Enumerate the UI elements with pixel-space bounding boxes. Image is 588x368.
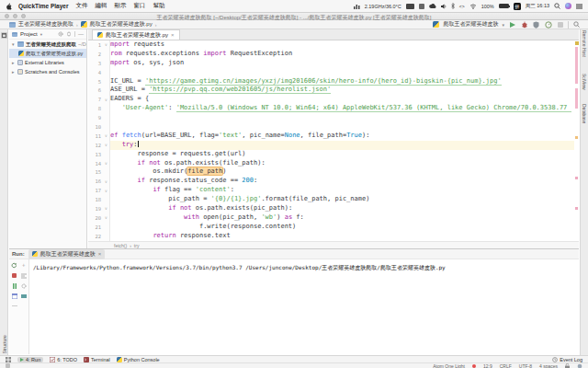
- code-line[interactable]: 'User-Agent': 'Mozilla/5.0 (Windows NT 1…: [110, 104, 574, 113]
- fold-icon[interactable]: ∨: [103, 161, 109, 166]
- gutter-line[interactable]: 7∨: [88, 95, 109, 104]
- coverage-button[interactable]: [532, 20, 540, 29]
- tree-external-libraries-row[interactable]: ▸ External Libraries: [9, 58, 86, 67]
- code-line[interactable]: import requests: [110, 40, 574, 50]
- gutter-line[interactable]: 14∨: [88, 159, 109, 168]
- siri-icon[interactable]: [565, 3, 571, 9]
- cloud-icon[interactable]: [429, 4, 436, 9]
- theme-notification[interactable]: Atom One Light: [433, 363, 465, 368]
- gutter-line[interactable]: 3: [88, 59, 109, 68]
- volume-icon[interactable]: [441, 4, 447, 9]
- code-line[interactable]: response = requests.get(url): [110, 150, 574, 159]
- breadcrumb-block[interactable]: try: [134, 243, 140, 248]
- collapsed-arrow-icon[interactable]: ▸: [12, 69, 16, 75]
- editor-tab-selected[interactable]: 爬取王者荣耀英雄皮肤.py ×: [92, 29, 180, 40]
- scroll-to-end-button[interactable]: [20, 293, 27, 299]
- minimize-window-button[interactable]: [13, 14, 17, 18]
- project-panel-title[interactable]: Project: [20, 31, 38, 37]
- menu-app-name[interactable]: QuickTime Player: [18, 3, 68, 9]
- debug-button[interactable]: [520, 20, 528, 29]
- code-widget-icon[interactable]: <>: [459, 4, 465, 9]
- stats-graph-icon[interactable]: [354, 4, 360, 9]
- toolwindow-run-button[interactable]: 4: Run: [17, 357, 43, 362]
- notification-dot-icon[interactable]: [472, 364, 476, 368]
- battery-icon[interactable]: [499, 4, 509, 8]
- gutter-line[interactable]: 15: [88, 167, 109, 177]
- breadcrumb-project[interactable]: 王者荣耀英雄皮肤爬取: [18, 20, 74, 29]
- expand-arrow-icon[interactable]: ▾: [12, 41, 16, 47]
- gutter-line[interactable]: 12∨: [88, 141, 109, 150]
- code-line[interactable]: def fetch(url=BASE_URL, flag='text', pic…: [110, 132, 574, 141]
- gutter-line[interactable]: 13: [88, 150, 109, 159]
- fold-icon[interactable]: ∨: [103, 133, 109, 138]
- cpu-widget-text[interactable]: 2.19GHz/36.0°C: [365, 4, 401, 9]
- fold-icon[interactable]: ∨: [103, 189, 109, 193]
- collapse-all-icon[interactable]: [66, 31, 72, 37]
- meter-widget-icon[interactable]: [419, 4, 424, 9]
- collapsed-arrow-icon[interactable]: ▸: [12, 60, 16, 65]
- fold-icon[interactable]: ∨: [103, 179, 109, 184]
- gutter-line[interactable]: 19∨: [88, 204, 109, 213]
- menu-item[interactable]: 顯示: [114, 2, 126, 8]
- file-encoding[interactable]: UTF-8: [519, 363, 532, 368]
- stripe-mark[interactable]: [575, 88, 578, 109]
- code-line[interactable]: os.mkdir(file_path): [110, 167, 574, 177]
- code-line[interactable]: [110, 122, 574, 132]
- run-console-output[interactable]: /Library/Frameworks/Python.framework/Ver…: [33, 264, 575, 272]
- settings-gear-icon[interactable]: [20, 282, 27, 289]
- code-line[interactable]: [110, 68, 574, 77]
- code-line[interactable]: if flag == 'content':: [110, 186, 574, 195]
- spotlight-search-icon[interactable]: [554, 3, 560, 9]
- wifi-icon[interactable]: [469, 4, 477, 9]
- bluetooth-icon[interactable]: [451, 3, 455, 9]
- gutter-line[interactable]: 8: [88, 104, 109, 113]
- gutter-line[interactable]: 1∨: [88, 40, 109, 50]
- tree-scratches-row[interactable]: ▸ Scratches and Consoles: [9, 67, 86, 76]
- gutter-line[interactable]: 18: [88, 195, 109, 204]
- gutter-line[interactable]: 5: [88, 77, 109, 86]
- fold-icon[interactable]: ∨: [103, 143, 109, 147]
- stripe-mark[interactable]: [575, 136, 578, 139]
- zoom-window-button[interactable]: [21, 14, 26, 18]
- toolwindow-database-button[interactable]: Database: [582, 104, 587, 123]
- profiler-button[interactable]: [544, 20, 552, 29]
- input-method-icon[interactable]: 拼: [514, 3, 521, 10]
- stop-button[interactable]: [556, 20, 564, 29]
- code-line[interactable]: if not os.path.exists(pic_path):: [110, 204, 574, 213]
- menu-item[interactable]: 編輯: [95, 2, 107, 8]
- code-line[interactable]: if not os.path.exists(file_path):: [110, 159, 574, 168]
- code-line[interactable]: if response.status_code == 200:: [110, 177, 574, 186]
- inspections-hector-icon[interactable]: [577, 363, 582, 368]
- pause-output-button[interactable]: [11, 282, 17, 289]
- code-line[interactable]: HEADERS = {: [110, 95, 574, 104]
- caret-position[interactable]: 12:9: [483, 363, 492, 368]
- code-line[interactable]: BASE_URL = 'https://pvp.qq.com/web201605…: [110, 86, 574, 95]
- breadcrumb-file[interactable]: 爬取王者荣耀英雄皮肤.py: [90, 20, 153, 29]
- tree-file-row-selected[interactable]: 爬取王者荣耀英雄皮肤.py: [9, 49, 86, 58]
- toolwindow-python-console-button[interactable]: Python Console: [117, 357, 160, 362]
- line-separator[interactable]: CRLF: [500, 363, 512, 368]
- gutter-line[interactable]: 20∨: [88, 213, 109, 223]
- soft-wrap-button[interactable]: [20, 272, 27, 279]
- code-line[interactable]: }: [110, 113, 574, 122]
- code-line[interactable]: PIC_URL = 'https://game.gtimg.cn/images/…: [110, 77, 574, 86]
- gear-icon[interactable]: [58, 31, 63, 37]
- hide-panel-icon[interactable]: —: [78, 31, 84, 37]
- code-line[interactable]: with open(pic_path, 'wb') as f:: [110, 213, 574, 223]
- notification-center-icon[interactable]: [576, 4, 582, 9]
- fold-icon[interactable]: ∨: [103, 42, 109, 47]
- code-editor[interactable]: 1∨234567∨891011∨12∨1314∨1516∨17∨1819∨20∨…: [88, 40, 579, 241]
- keyboard-widget-icon[interactable]: [406, 4, 414, 9]
- stop-process-button[interactable]: [11, 272, 17, 279]
- restore-layout-button[interactable]: [11, 293, 17, 299]
- fold-icon[interactable]: ∨: [103, 98, 109, 102]
- search-everywhere-icon[interactable]: [572, 20, 581, 29]
- gutter-line[interactable]: 9: [88, 113, 109, 122]
- fold-icon[interactable]: ∨: [103, 206, 109, 211]
- code-line[interactable]: f.write(response.content): [110, 223, 574, 232]
- code-line[interactable]: pic_path = '{0}/{1}.jpg'.format(file_pat…: [110, 195, 574, 204]
- toolwindow-sciview-button[interactable]: SciView: [582, 74, 587, 90]
- toolwindow-project-button[interactable]: [1, 32, 7, 39]
- run-config-selector[interactable]: 爬取王者荣耀英雄皮肤: [443, 20, 498, 29]
- toolwindow-terminal-button[interactable]: Terminal: [84, 357, 110, 362]
